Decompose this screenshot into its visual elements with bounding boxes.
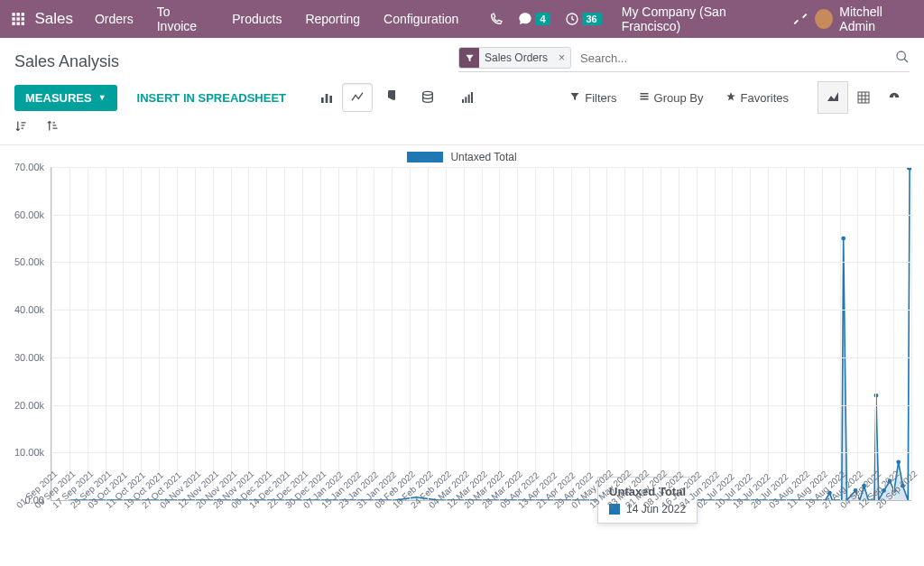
y-tick: 40.00k	[14, 304, 44, 315]
y-axis: 0.0010.00k20.00k30.00k40.00k50.00k60.00k…	[8, 167, 48, 500]
legend-label: Untaxed Total	[450, 151, 516, 163]
svg-rect-5	[22, 17, 24, 20]
user-name: Mitchell Admin	[839, 5, 913, 33]
nav-orders[interactable]: Orders	[95, 12, 134, 26]
top-nav: Sales Orders To Invoice Products Reporti…	[0, 0, 924, 38]
y-tick: 60.00k	[14, 209, 44, 220]
graph-view-button[interactable]	[818, 81, 848, 114]
tools-icon[interactable]	[793, 12, 808, 26]
search-input[interactable]	[577, 49, 895, 68]
svg-rect-0	[12, 13, 14, 15]
svg-rect-17	[468, 95, 470, 103]
view-switcher	[818, 81, 910, 114]
cumulative-button[interactable]	[452, 83, 483, 112]
clock-icon[interactable]: 36	[565, 12, 602, 26]
measures-label: MEASURES	[25, 91, 92, 105]
pivot-view-button[interactable]	[848, 81, 879, 114]
layers-icon	[639, 91, 650, 105]
nav-to-invoice[interactable]: To Invoice	[157, 5, 208, 33]
filter-icon	[459, 48, 479, 68]
search-bar[interactable]: Sales Orders ×	[458, 47, 910, 72]
svg-rect-1	[16, 13, 19, 15]
svg-rect-12	[326, 94, 328, 103]
group-by-label: Group By	[654, 91, 704, 105]
search-facet: Sales Orders ×	[458, 47, 571, 69]
insert-spreadsheet-button[interactable]: INSERT IN SPREADSHEET	[126, 85, 297, 111]
svg-point-31	[896, 459, 901, 464]
svg-rect-19	[640, 93, 648, 95]
apps-icon[interactable]	[11, 11, 25, 27]
svg-rect-15	[462, 99, 464, 103]
facet-remove[interactable]: ×	[553, 51, 570, 64]
sort-row	[0, 114, 924, 145]
phone-icon[interactable]	[489, 12, 504, 26]
dashboard-view-button[interactable]	[879, 81, 910, 114]
sort-desc-button[interactable]	[14, 119, 28, 135]
svg-rect-6	[12, 22, 14, 24]
svg-rect-13	[329, 96, 332, 103]
y-tick: 30.00k	[14, 352, 44, 363]
svg-rect-18	[471, 92, 473, 103]
nav-products[interactable]: Products	[232, 12, 282, 26]
control-panel: Sales Analysis Sales Orders × MEASURES ▼…	[0, 38, 924, 114]
svg-point-24	[841, 237, 845, 241]
avatar	[815, 9, 833, 29]
nav-configuration[interactable]: Configuration	[383, 12, 458, 26]
caret-down-icon: ▼	[98, 93, 106, 102]
legend-swatch	[407, 152, 443, 162]
svg-rect-8	[22, 22, 24, 24]
chart-type-group	[311, 83, 483, 112]
search-icon[interactable]	[895, 50, 910, 67]
x-axis: 01 Sep 202109 Sep 202117 Sep 202125 Sep …	[51, 501, 911, 552]
chat-icon[interactable]: 4	[518, 12, 550, 26]
favorites-button[interactable]: Favorites	[716, 86, 798, 110]
star-icon	[725, 91, 736, 105]
svg-rect-21	[640, 98, 648, 100]
measures-button[interactable]: MEASURES ▼	[14, 85, 117, 111]
chat-badge: 4	[535, 13, 550, 25]
pie-chart-button[interactable]	[373, 83, 403, 112]
group-by-button[interactable]: Group By	[630, 86, 713, 110]
svg-rect-2	[22, 13, 24, 15]
filters-button[interactable]: Filters	[560, 86, 625, 110]
svg-rect-20	[640, 96, 648, 97]
y-tick: 10.00k	[14, 447, 44, 458]
line-chart-button[interactable]	[342, 83, 373, 112]
user-menu[interactable]: Mitchell Admin	[815, 5, 913, 33]
y-tick: 20.00k	[14, 400, 44, 411]
y-tick: 50.00k	[14, 256, 44, 267]
facet-label: Sales Orders	[479, 51, 553, 64]
filters-label: Filters	[585, 91, 616, 105]
page-title: Sales Analysis	[14, 47, 119, 71]
clock-badge: 36	[582, 13, 602, 25]
y-tick: 70.00k	[14, 162, 44, 172]
svg-rect-3	[12, 17, 14, 20]
svg-rect-11	[321, 97, 324, 103]
sort-asc-button[interactable]	[46, 119, 60, 135]
svg-rect-16	[465, 97, 467, 103]
chart-plot[interactable]: 0.0010.00k20.00k30.00k40.00k50.00k60.00k…	[51, 167, 911, 501]
chart-legend[interactable]: Untaxed Total	[7, 151, 917, 163]
funnel-icon	[569, 91, 580, 105]
nav-reporting[interactable]: Reporting	[305, 12, 360, 26]
bar-chart-button[interactable]	[311, 83, 342, 112]
chart-area: Untaxed Total 0.0010.00k20.00k30.00k40.0…	[0, 145, 924, 552]
favorites-label: Favorites	[741, 91, 789, 105]
app-brand[interactable]: Sales	[34, 10, 73, 28]
svg-point-14	[423, 91, 433, 95]
svg-rect-4	[16, 17, 19, 20]
company-selector[interactable]: My Company (San Francisco)	[622, 5, 774, 33]
svg-rect-7	[16, 22, 19, 24]
svg-point-10	[897, 51, 905, 60]
stacked-button[interactable]	[412, 83, 443, 112]
svg-rect-22	[858, 92, 869, 103]
